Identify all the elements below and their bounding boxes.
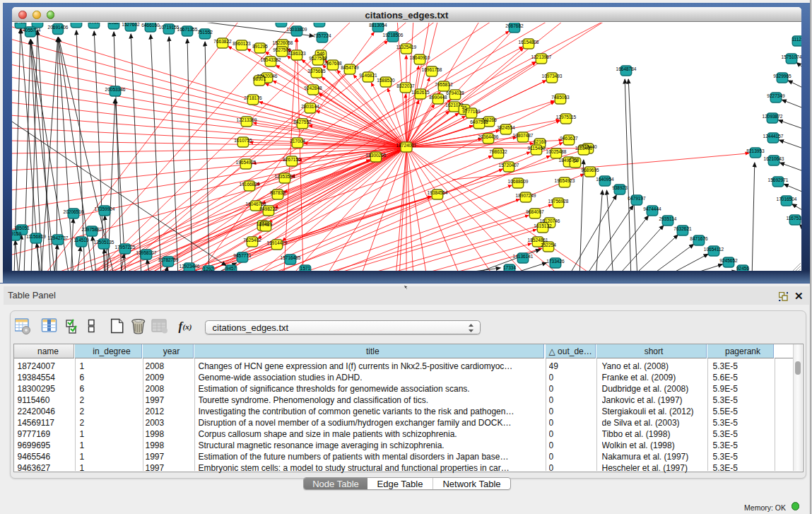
svg-text:9777169: 9777169 — [462, 109, 481, 114]
svg-text:12923446: 12923446 — [180, 264, 200, 269]
svg-text:9227349: 9227349 — [767, 93, 785, 98]
svg-text:19384554: 19384554 — [428, 190, 448, 195]
svg-text:11123: 11123 — [792, 37, 801, 42]
svg-text:6466160: 6466160 — [141, 23, 160, 28]
svg-text:11156819: 11156819 — [26, 234, 46, 239]
svg-text:12505135: 12505135 — [94, 240, 114, 245]
svg-text:23975887: 23975887 — [82, 227, 102, 232]
svg-text:9689695: 9689695 — [581, 168, 599, 173]
svg-text:8466: 8466 — [16, 23, 26, 24]
svg-text:1733426: 1733426 — [546, 259, 565, 264]
svg-text:16120746: 16120746 — [540, 218, 560, 223]
svg-text:10719155: 10719155 — [159, 25, 180, 30]
svg-text:12213369: 12213369 — [237, 117, 257, 122]
svg-text:15692971: 15692971 — [768, 177, 789, 182]
svg-text:19654925: 19654925 — [236, 160, 257, 165]
svg-text:9329965: 9329965 — [773, 74, 792, 78]
svg-text:9457: 9457 — [226, 266, 237, 271]
svg-text:1571: 1571 — [300, 266, 311, 271]
svg-text:2718176: 2718176 — [244, 95, 262, 100]
svg-text:(x): (x) — [183, 322, 192, 332]
svg-text:16210643: 16210643 — [764, 156, 784, 161]
svg-text:252254: 252254 — [541, 243, 556, 247]
svg-text:10807487: 10807487 — [513, 133, 534, 138]
svg-text:18640910: 18640910 — [410, 55, 430, 60]
svg-text:64: 64 — [572, 158, 578, 163]
svg-text:6479197: 6479197 — [628, 196, 646, 201]
svg-text:15720407: 15720407 — [499, 163, 519, 168]
svg-text:114519: 114519 — [73, 238, 89, 243]
svg-text:9474444: 9474444 — [643, 206, 661, 211]
svg-text:751552: 751552 — [197, 30, 213, 35]
svg-text:7955812: 7955812 — [435, 82, 453, 87]
svg-text:7357224: 7357224 — [313, 33, 331, 38]
svg-text:16154808: 16154808 — [519, 40, 539, 45]
svg-text:98901: 98901 — [253, 76, 266, 81]
svg-text:891295: 891295 — [252, 44, 268, 49]
svg-text:9146821: 9146821 — [359, 73, 377, 78]
svg-text:15751074: 15751074 — [782, 54, 801, 59]
svg-text:8960123: 8960123 — [233, 41, 251, 46]
svg-text:1010755: 1010755 — [234, 138, 252, 143]
svg-text:10958107: 10958107 — [136, 250, 157, 255]
svg-text:16033809: 16033809 — [287, 27, 307, 32]
svg-text:3375685: 3375685 — [307, 69, 326, 74]
svg-text:10654112: 10654112 — [704, 247, 724, 252]
svg-text:6794028: 6794028 — [446, 90, 464, 95]
svg-text:217004: 217004 — [290, 139, 305, 144]
svg-text:9242848: 9242848 — [304, 86, 322, 90]
svg-text:185051: 185051 — [14, 226, 30, 230]
svg-text:8322037: 8322037 — [396, 83, 415, 88]
svg-text:546: 546 — [317, 51, 325, 56]
svg-text:18524861: 18524861 — [528, 238, 548, 243]
svg-text:9457771: 9457771 — [233, 253, 252, 258]
svg-text:1527602: 1527602 — [122, 23, 140, 27]
svg-text:14055724: 14055724 — [20, 28, 41, 33]
svg-text:1615132: 1615132 — [534, 223, 552, 228]
svg-text:10688609: 10688609 — [508, 179, 529, 184]
svg-text:1065: 1065 — [89, 23, 100, 24]
svg-text:17957225: 17957225 — [115, 245, 136, 250]
svg-text:12942737: 12942737 — [48, 235, 69, 240]
svg-text:12093872: 12093872 — [763, 114, 783, 119]
svg-text:2935114: 2935114 — [659, 216, 677, 221]
svg-text:19880: 19880 — [31, 23, 44, 23]
svg-text:8186323: 8186323 — [288, 51, 306, 56]
svg-text:12353594: 12353594 — [275, 174, 295, 179]
svg-text:1062: 1062 — [109, 23, 119, 25]
svg-text:19166829: 19166829 — [240, 182, 260, 187]
svg-text:12213967: 12213967 — [531, 54, 552, 59]
svg-text:6497568: 6497568 — [470, 119, 488, 124]
svg-text:7986322: 7986322 — [489, 149, 507, 154]
svg-text:9684067: 9684067 — [526, 209, 544, 214]
svg-text:20691406: 20691406 — [48, 25, 69, 30]
svg-text:16671355: 16671355 — [177, 27, 198, 32]
svg-text:12444157: 12444157 — [763, 134, 784, 139]
svg-text:10653267: 10653267 — [66, 23, 87, 23]
svg-text:1362615: 1362615 — [411, 90, 430, 95]
svg-text:19654923: 19654923 — [555, 178, 575, 183]
svg-text:8454749: 8454749 — [341, 65, 359, 70]
svg-text:18300295: 18300295 — [366, 153, 387, 158]
svg-text:8990448: 8990448 — [429, 95, 447, 100]
svg-text:1621072: 1621072 — [445, 103, 464, 107]
svg-text:16782759: 16782759 — [158, 257, 179, 262]
svg-text:11325419: 11325419 — [396, 45, 417, 49]
svg-text:9245652: 9245652 — [719, 258, 738, 263]
svg-text:7485063: 7485063 — [551, 95, 570, 100]
svg-text:16543382: 16543382 — [261, 57, 281, 62]
svg-text:8471676: 8471676 — [690, 236, 708, 241]
svg-text:9115460: 9115460 — [528, 146, 546, 151]
svg-text:15226058: 15226058 — [273, 40, 293, 45]
svg-text:17334: 17334 — [503, 265, 516, 270]
svg-text:92456: 92456 — [736, 266, 749, 271]
svg-text:16914479: 16914479 — [267, 240, 288, 245]
svg-text:3824554: 3824554 — [497, 125, 515, 130]
svg-text:16961758: 16961758 — [422, 67, 442, 72]
svg-text:12975115: 12975115 — [556, 115, 577, 119]
svg-text:16046758: 16046758 — [246, 201, 266, 206]
svg-text:17359924: 17359924 — [95, 206, 115, 211]
svg-text:19756928: 19756928 — [548, 199, 569, 204]
svg-text:10025488: 10025488 — [546, 149, 567, 154]
svg-text:887833: 887833 — [270, 190, 286, 195]
